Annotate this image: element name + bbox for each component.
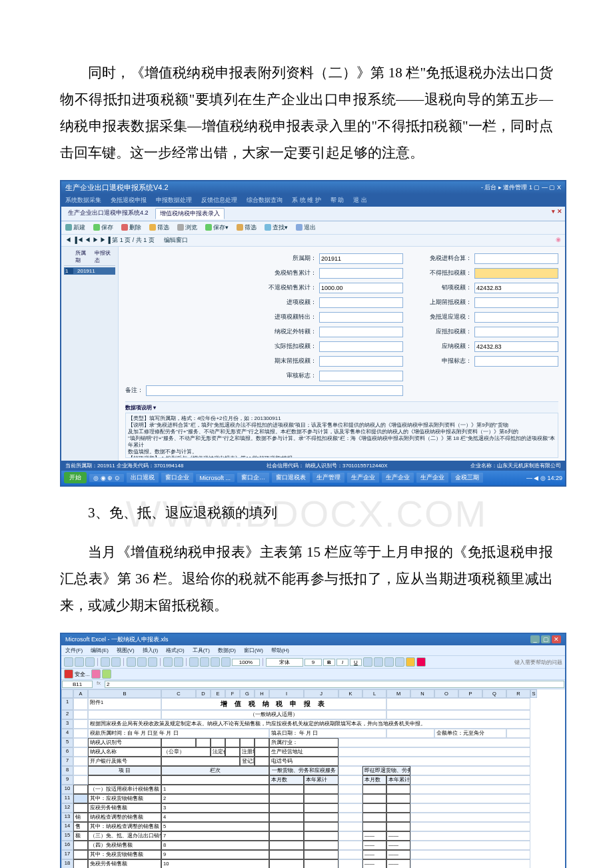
save-icon[interactable]: [85, 657, 95, 667]
cell[interactable]: [506, 729, 530, 738]
taskbar-item[interactable]: ◎ ◉ ⊕ ⊙: [89, 474, 124, 482]
cell[interactable]: 纳税人识别号: [88, 738, 161, 747]
align-right-icon[interactable]: [384, 657, 394, 667]
col-header[interactable]: I: [269, 689, 304, 698]
tb-browse[interactable]: 浏览: [177, 223, 197, 232]
cell[interactable]: [225, 747, 240, 757]
cell[interactable]: 1: [161, 785, 269, 794]
cell[interactable]: [410, 803, 530, 813]
cell[interactable]: [269, 859, 304, 868]
cell[interactable]: 免税劳务销售额: [88, 859, 161, 868]
cell[interactable]: 本月数: [269, 775, 304, 785]
cell[interactable]: 税款所属时间：自 年 月 日至 年 月 日: [88, 729, 269, 738]
cell[interactable]: 纳税检查调整的销售额: [88, 813, 161, 822]
col-header[interactable]: K: [338, 689, 362, 698]
cell[interactable]: 8: [161, 841, 269, 850]
cell[interactable]: [410, 766, 530, 775]
cell[interactable]: 开户银行及账号: [88, 757, 161, 766]
cell[interactable]: 登记注册类型: [240, 757, 255, 766]
cell[interactable]: [362, 813, 386, 822]
row-header[interactable]: 16: [61, 841, 73, 850]
titlebar-controls[interactable]: - 后台 ▸ 道件管理 1 ▢ — ▢ X: [481, 183, 561, 192]
zoom-select[interactable]: 100%: [232, 659, 260, 666]
tb-delete[interactable]: 删除: [121, 223, 141, 232]
excel-menu-item[interactable]: 编辑(E): [91, 647, 109, 654]
italic-button[interactable]: I: [336, 659, 348, 666]
cell[interactable]: [73, 698, 88, 710]
cell[interactable]: [338, 747, 530, 757]
field-input[interactable]: [474, 356, 558, 367]
excel-titlebar[interactable]: Microsoft Excel - 一般纳税人申报表.xls _▢✕: [61, 634, 565, 645]
menu-item[interactable]: 免抵退税申报: [111, 196, 147, 205]
field-input[interactable]: [474, 341, 558, 352]
cell[interactable]: 7: [161, 831, 269, 841]
cell[interactable]: [269, 841, 304, 850]
cell[interactable]: [410, 775, 530, 785]
cell[interactable]: 本月数: [362, 775, 386, 785]
cell[interactable]: [161, 738, 196, 747]
col-header[interactable]: D: [196, 689, 211, 698]
cell[interactable]: [73, 775, 88, 785]
cell[interactable]: [338, 859, 362, 868]
col-header[interactable]: G: [240, 689, 255, 698]
help-icon[interactable]: ◉: [556, 236, 561, 245]
menu-item[interactable]: 申报数据处理: [156, 196, 192, 205]
security-icon[interactable]: [64, 669, 73, 679]
cell[interactable]: 所属行业：: [269, 738, 338, 747]
col-header[interactable]: H: [255, 689, 269, 698]
cell[interactable]: [386, 803, 410, 813]
cell[interactable]: [304, 813, 338, 822]
column-headers[interactable]: ABCDEFGHIJKLMNOPQRS: [61, 689, 565, 698]
taskbar-item[interactable]: 生产管理: [312, 473, 344, 483]
tb-save2[interactable]: 保存▾: [205, 223, 229, 232]
col-header[interactable]: O: [434, 689, 458, 698]
fill-color-icon[interactable]: [406, 657, 415, 667]
print-icon[interactable]: [101, 657, 110, 667]
cell[interactable]: 9: [161, 850, 269, 859]
row-header[interactable]: 10: [61, 785, 73, 794]
cell[interactable]: 项 目: [88, 766, 161, 775]
bold-button[interactable]: B: [323, 659, 335, 666]
help-search[interactable]: 键入需要帮助的问题: [514, 659, 562, 666]
cell[interactable]: [73, 719, 88, 729]
cell[interactable]: 售: [73, 822, 88, 831]
cell[interactable]: [304, 850, 338, 859]
document-tabs[interactable]: 生产企业出口退税申报系统4.2 增值税纳税申报表录入 ▾ ✕: [61, 207, 565, 221]
sum-icon[interactable]: [189, 657, 199, 667]
taskbar-item[interactable]: 出口退税: [127, 473, 159, 483]
name-box[interactable]: B11: [62, 681, 93, 688]
cell[interactable]: 4: [161, 813, 269, 822]
underline-button[interactable]: U: [350, 659, 362, 666]
formula-input[interactable]: 2: [105, 681, 564, 688]
merge-icon[interactable]: [395, 657, 404, 667]
excel-menu-item[interactable]: 格式(O): [166, 647, 185, 654]
tb-new[interactable]: 新建: [65, 223, 85, 232]
os-taskbar[interactable]: 开始◎ ◉ ⊕ ⊙出口退税窗口企业Microsoft ...窗口企…窗口退税表生…: [61, 471, 565, 485]
cell[interactable]: （三）免、抵、退办法出口销售额: [88, 831, 161, 841]
row-header[interactable]: 14: [61, 822, 73, 831]
align-center-icon[interactable]: [374, 657, 383, 667]
start-button[interactable]: 开始: [64, 472, 87, 483]
cell[interactable]: 10: [161, 859, 269, 868]
cell[interactable]: 法定代表人姓名: [211, 747, 225, 757]
cell[interactable]: [304, 785, 338, 794]
cut-icon[interactable]: [127, 657, 136, 667]
cell[interactable]: [386, 822, 410, 831]
cell[interactable]: [338, 766, 362, 775]
cell[interactable]: ——: [386, 831, 410, 841]
cell[interactable]: [73, 803, 88, 813]
cell[interactable]: [73, 738, 88, 747]
cell[interactable]: [269, 850, 304, 859]
cell[interactable]: 金额单位：元至角分: [434, 729, 506, 738]
new-icon[interactable]: [64, 657, 73, 667]
row-header[interactable]: 17: [61, 850, 73, 859]
cell[interactable]: ——: [386, 859, 410, 868]
cell[interactable]: [362, 803, 386, 813]
tb-save[interactable]: 保存: [93, 223, 113, 232]
col-header[interactable]: P: [458, 689, 482, 698]
cell[interactable]: [269, 785, 304, 794]
cell[interactable]: [73, 710, 88, 719]
field-input[interactable]: [319, 253, 403, 264]
cell[interactable]: [73, 859, 88, 868]
left-grid[interactable]: 所属期 申报状态 1 201911: [61, 247, 119, 461]
